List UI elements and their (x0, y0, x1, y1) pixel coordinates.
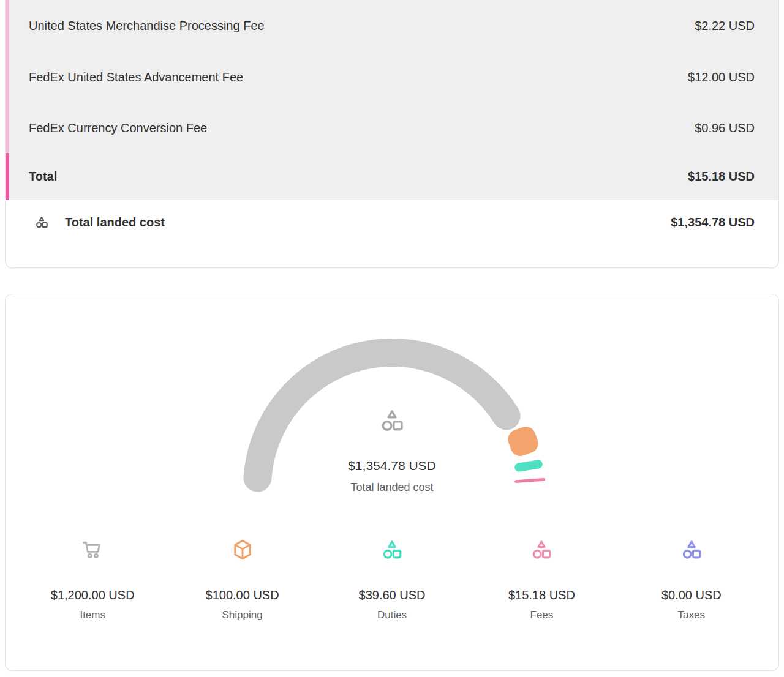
fee-label: FedEx United States Advancement Fee (29, 70, 243, 84)
legend-item-duties: $39.60 USD Duties (317, 538, 467, 621)
legend-label: Shipping (222, 609, 263, 621)
total-landed-cost-label: Total landed cost (65, 215, 165, 230)
legend-label: Taxes (678, 609, 705, 621)
fee-label: FedEx Currency Conversion Fee (29, 121, 207, 135)
total-landed-cost-row: Total landed cost $1,354.78 USD (6, 200, 778, 244)
shapes-icon (380, 538, 404, 561)
fee-row: FedEx United States Advancement Fee $12.… (6, 51, 778, 103)
legend-value: $100.00 USD (206, 588, 279, 602)
fee-row: FedEx Currency Conversion Fee $0.96 USD (6, 103, 778, 153)
legend-item-fees: $15.18 USD Fees (467, 538, 616, 621)
shapes-icon (379, 407, 405, 434)
legend-label: Duties (377, 609, 407, 621)
fee-table: United States Merchandise Processing Fee… (6, 0, 778, 200)
shapes-icon (680, 538, 703, 561)
fee-stripe-light (6, 0, 9, 153)
fee-total-label: Total (29, 170, 57, 184)
fee-value: $12.00 USD (688, 70, 755, 84)
fee-row: United States Merchandise Processing Fee… (6, 0, 778, 51)
legend-value: $15.18 USD (508, 588, 575, 602)
fee-total-value: $15.18 USD (688, 170, 755, 184)
cost-summary-card: United States Merchandise Processing Fee… (5, 0, 779, 268)
legend-value: $0.00 USD (662, 588, 722, 602)
fee-total-row: Total $15.18 USD (6, 153, 778, 200)
page: United States Merchandise Processing Fee… (0, 0, 784, 677)
legend-value: $39.60 USD (359, 588, 426, 602)
legend-item-shipping: $100.00 USD Shipping (167, 538, 317, 621)
gauge-legend: $1,200.00 USD Items $100.00 USD Shipping (18, 538, 766, 621)
package-icon (231, 538, 254, 561)
gauge-center-value: $1,354.78 USD (6, 458, 778, 473)
fee-label: United States Merchandise Processing Fee (29, 19, 265, 33)
shapes-icon (34, 215, 49, 230)
landed-cost-gauge-card: $1,354.78 USD Total landed cost $1,200.0… (5, 294, 779, 671)
total-landed-cost-value: $1,354.78 USD (671, 215, 755, 230)
legend-item-items: $1,200.00 USD Items (18, 538, 167, 621)
shapes-icon (530, 538, 553, 561)
fee-value: $2.22 USD (695, 19, 755, 33)
legend-value: $1,200.00 USD (51, 588, 135, 602)
fee-value: $0.96 USD (695, 121, 755, 135)
legend-item-taxes: $0.00 USD Taxes (617, 538, 766, 621)
legend-label: Items (80, 609, 105, 621)
legend-label: Fees (530, 609, 554, 621)
fee-stripe-bright (6, 153, 9, 200)
cart-icon (81, 538, 104, 561)
gauge-center-label: Total landed cost (6, 481, 778, 494)
